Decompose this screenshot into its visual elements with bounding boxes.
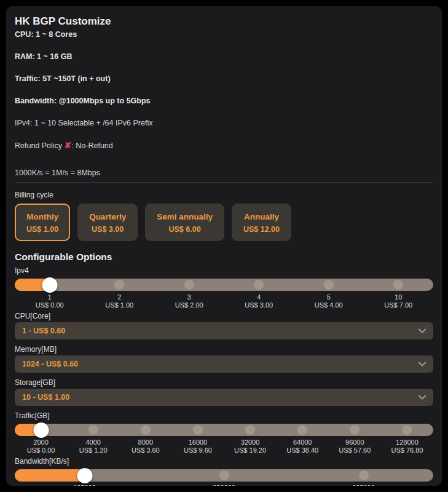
tick-price: US$ 0.00 (15, 301, 85, 309)
slider-stop-dot (393, 280, 403, 290)
slider-stop-dot (324, 280, 334, 290)
page-title: HK BGP Customize (15, 15, 433, 28)
chevron-down-icon (419, 328, 426, 333)
billing-option-semi-annually[interactable]: Semi annuallyUS$ 6.00 (145, 204, 224, 241)
bandwidth-kb-s-slider-handle[interactable] (77, 468, 92, 483)
slider-stop-dot (141, 425, 151, 435)
slider-tick: 8000US$ 3.60 (119, 438, 171, 454)
option-label-ipv4: Ipv4 (15, 266, 433, 275)
slider-tick: 96000US$ 57.60 (329, 438, 381, 454)
spec-text: Refund Policy (15, 141, 65, 150)
slider-stop-dot (350, 425, 360, 435)
traffic-gb-slider-handle[interactable] (33, 423, 49, 438)
billing-option-name: Semi annually (157, 212, 213, 222)
option-cpu-core: CPU[Core]1 - US$ 0.60 (15, 312, 433, 339)
option-label-cpu-core: CPU[Core] (15, 312, 433, 320)
product-spec-line: Refund Policy ✘: No-Refund (15, 141, 433, 150)
traffic-gb-slider-ticks: 2000US$ 0.004000US$ 1.208000US$ 3.601600… (15, 438, 433, 454)
slider-stop-dot (254, 280, 264, 290)
slider-tick: 3US$ 2.00 (154, 293, 224, 309)
slider-tick: 16000US$ 9.60 (171, 438, 224, 454)
tick-price: US$ 7.00 (364, 301, 434, 309)
option-bandwidth-kb-s: Bandwidth[KB/s]125000US$ 0.00250000US$ 2… (15, 457, 433, 486)
tick-value: 96000 (329, 438, 381, 446)
option-label-storage-gb: Storage[GB] (15, 378, 433, 387)
select-value: 1 - US$ 0.60 (22, 327, 65, 335)
tick-value: 16000 (171, 438, 224, 446)
tick-price: US$ 0.00 (15, 446, 67, 454)
spec-text: : No-Refund (71, 141, 112, 150)
slider-stop-dot (184, 280, 194, 290)
slider-stop-dot (114, 280, 124, 290)
tick-value: 8000 (119, 438, 171, 446)
tick-value: 4000 (67, 438, 119, 446)
slider-stop-dot (88, 425, 98, 435)
tick-value: 64000 (277, 438, 329, 446)
billing-option-annually[interactable]: AnnuallyUS$ 12.00 (232, 204, 291, 241)
slider-tick: 2US$ 1.00 (85, 293, 155, 309)
option-memory-mb: Memory[MB]1024 - US$ 0.60 (15, 345, 433, 373)
option-traffic-gb: Traffic[GB]2000US$ 0.004000US$ 1.208000U… (15, 411, 433, 454)
configurable-options: Ipv41US$ 0.002US$ 1.003US$ 2.004US$ 3.00… (15, 266, 433, 486)
slider-stop-dot (193, 425, 203, 435)
slider-stop-dot (297, 425, 307, 435)
slider-tick: 32000US$ 19.20 (224, 438, 277, 454)
slider-tick: 5US$ 4.00 (294, 293, 364, 309)
chevron-down-icon (419, 362, 426, 367)
tick-value: 4 (224, 293, 294, 301)
configurable-options-heading: Configurable Options (15, 251, 433, 263)
tick-value: 125000 (15, 484, 154, 486)
option-label-memory-mb: Memory[MB] (15, 345, 433, 354)
product-spec-line: CPU: 1 ~ 8 Cores (15, 30, 433, 39)
product-config-panel: HK BGP Customize CPU: 1 ~ 8 CoresRAM: 1 … (6, 6, 442, 486)
tick-value: 625000 (294, 484, 433, 486)
slider-stop-dot (402, 425, 412, 435)
billing-option-price: US$ 1.00 (26, 225, 58, 234)
billing-option-price: US$ 12.00 (243, 225, 280, 234)
slider-tick: 4000US$ 1.20 (67, 438, 119, 454)
slider-fill (15, 469, 85, 482)
tick-price: US$ 9.60 (171, 446, 224, 454)
slider-tick: 125000US$ 0.00 (15, 484, 154, 486)
ipv4-slider-ticks: 1US$ 0.002US$ 1.003US$ 2.004US$ 3.005US$… (15, 293, 433, 309)
product-spec-line: RAM: 1 ~ 16 GB (15, 52, 433, 61)
cpu-core-select[interactable]: 1 - US$ 0.60 (15, 322, 433, 339)
slider-tick: 128000US$ 76.80 (381, 438, 433, 454)
tick-value: 250000 (154, 484, 294, 486)
divider (15, 182, 433, 183)
billing-cycle-label: Billing cycle (15, 191, 433, 199)
tick-price: US$ 3.60 (119, 446, 171, 454)
tick-value: 10 (364, 293, 434, 301)
select-value: 10 - US$ 1.00 (22, 393, 69, 402)
bandwidth-note: 1000K/s = 1M/s = 8Mbps (15, 169, 433, 177)
billing-option-price: US$ 6.00 (157, 225, 213, 234)
tick-value: 128000 (381, 438, 433, 446)
ipv4-slider[interactable] (15, 279, 433, 291)
tick-price: US$ 1.20 (67, 446, 119, 454)
chevron-down-icon (419, 395, 426, 400)
select-value: 1024 - US$ 0.60 (22, 360, 78, 368)
slider-tick: 2000US$ 0.00 (15, 438, 67, 454)
storage-gb-select[interactable]: 10 - US$ 1.00 (15, 389, 433, 406)
billing-option-monthly[interactable]: MonthlyUS$ 1.00 (15, 204, 70, 241)
slider-tick: 10US$ 7.00 (364, 293, 434, 309)
tick-price: US$ 1.00 (85, 301, 155, 309)
tick-value: 2 (85, 293, 155, 301)
bandwidth-kb-s-slider[interactable] (15, 469, 433, 482)
ipv4-slider-handle[interactable] (42, 277, 57, 293)
memory-mb-select[interactable]: 1024 - US$ 0.60 (15, 355, 433, 373)
option-label-bandwidth-kb-s: Bandwidth[KB/s] (15, 457, 433, 466)
tick-price: US$ 4.00 (294, 301, 364, 309)
traffic-gb-slider[interactable] (15, 424, 433, 436)
tick-price: US$ 2.00 (154, 301, 224, 309)
billing-option-name: Monthly (26, 212, 58, 222)
tick-value: 2000 (15, 438, 67, 446)
tick-value: 5 (294, 293, 364, 301)
slider-stop-dot (245, 425, 255, 435)
tick-value: 1 (15, 293, 85, 301)
product-specs: CPU: 1 ~ 8 CoresRAM: 1 ~ 16 GBTraffic: 5… (15, 30, 433, 150)
tick-price: US$ 57.60 (329, 446, 381, 454)
tick-price: US$ 76.80 (381, 446, 433, 454)
billing-option-name: Annually (243, 212, 280, 222)
billing-option-quarterly[interactable]: QuarterlyUS$ 3.00 (77, 204, 138, 241)
